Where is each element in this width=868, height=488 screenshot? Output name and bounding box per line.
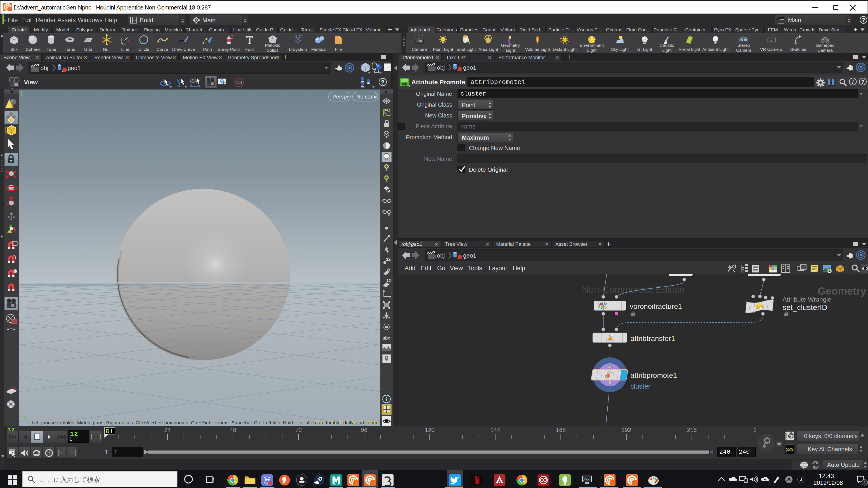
svg-text:72: 72 [295,427,302,433]
svg-text:12: 12 [386,279,391,283]
svg-text:24: 24 [164,427,170,433]
svg-text:48: 48 [230,427,236,433]
svg-text:192: 192 [621,427,631,433]
svg-text:Persp: Persp [333,94,347,100]
svg-text:Attribute Wrangle: Attribute Wrangle [782,296,831,303]
svg-text:Left mouse tumbles. Middle pan: Left mouse tumbles. Middle pans. Right d… [32,420,379,425]
svg-text:attribtransfer1: attribtransfer1 [630,334,675,343]
svg-text:12: 12 [386,257,391,262]
svg-text:No cam: No cam [356,94,375,100]
svg-text:144: 144 [490,427,500,433]
svg-text:Geometry: Geometry [817,285,866,297]
svg-text:96: 96 [361,427,367,433]
svg-text:y: y [24,414,27,420]
svg-text:set_clusterID: set_clusterID [782,303,827,312]
svg-text:22x: 22x [10,329,13,332]
svg-text:abc: abc [382,335,390,340]
svg-text:cluster: cluster [630,383,650,390]
svg-text:120: 120 [425,427,434,433]
svg-text:2: 2 [754,427,756,433]
svg-text:216: 216 [687,427,697,433]
svg-text:i: i [385,396,388,402]
svg-text:MAYA: MAYA [333,484,339,486]
svg-text:168: 168 [556,427,565,433]
svg-text:attribpromote1: attribpromote1 [630,371,677,379]
svg-text:voronoifracture1: voronoifracture1 [630,302,682,311]
